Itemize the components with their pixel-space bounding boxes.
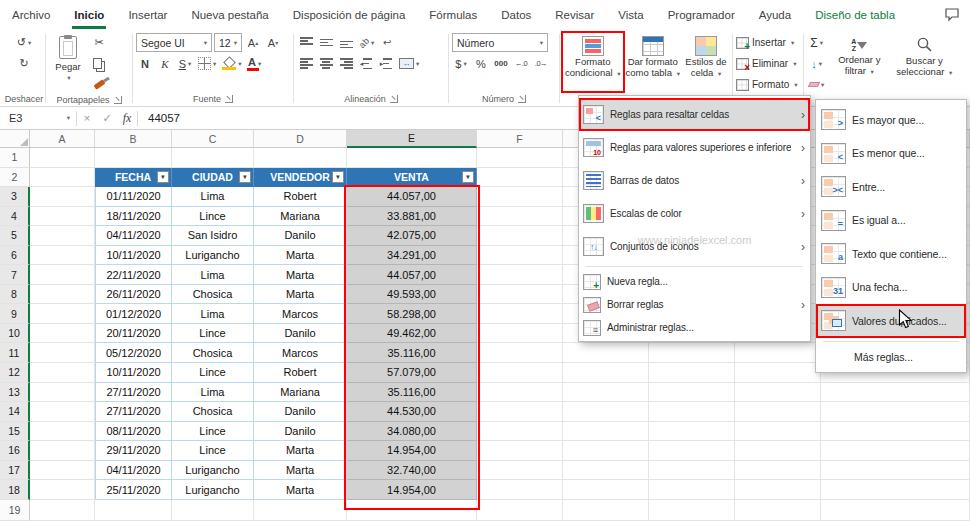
- underline-button[interactable]: S▾: [176, 54, 194, 73]
- select-all-button[interactable]: [0, 130, 30, 148]
- cell-ciudad[interactable]: Chosica: [172, 402, 254, 422]
- cell-fecha[interactable]: 10/11/2020: [95, 246, 172, 266]
- row-header[interactable]: 12: [0, 363, 30, 383]
- cell[interactable]: [30, 422, 95, 442]
- ribbon-tab[interactable]: Insertar: [116, 0, 179, 29]
- column-header-a[interactable]: A: [30, 130, 95, 148]
- row-header[interactable]: 13: [0, 383, 30, 403]
- cell[interactable]: [477, 265, 563, 285]
- find-select-button[interactable]: Buscar y seleccionar ▾: [892, 33, 956, 91]
- cell-venta[interactable]: 44.057,00: [347, 187, 477, 207]
- cell-ciudad[interactable]: Chosica: [172, 285, 254, 305]
- cell-fecha[interactable]: 01/11/2020: [95, 187, 172, 207]
- cell[interactable]: [563, 343, 649, 363]
- cell-fecha[interactable]: 04/11/2020: [95, 226, 172, 246]
- cell[interactable]: [30, 324, 95, 344]
- cell[interactable]: [649, 343, 735, 363]
- cell-fecha[interactable]: 04/11/2020: [95, 461, 172, 481]
- menu-item[interactable]: Escalas de color ›: [579, 197, 810, 230]
- cancel-button[interactable]: ×: [77, 112, 97, 124]
- cell[interactable]: [563, 461, 649, 481]
- cell[interactable]: [563, 441, 649, 461]
- cut-button[interactable]: ✂: [90, 33, 108, 52]
- filter-button[interactable]: ▾: [157, 171, 169, 183]
- cell[interactable]: [30, 402, 95, 422]
- cell-fecha[interactable]: 25/11/2020: [95, 480, 172, 500]
- cell-styles-button[interactable]: Estilos de celda ▾: [683, 33, 729, 91]
- cell-vendedor[interactable]: Danilo: [254, 226, 347, 246]
- cell[interactable]: [347, 500, 477, 521]
- cell-venta[interactable]: 57.079,00: [347, 363, 477, 383]
- paste-button[interactable]: Pegar ▾: [49, 33, 87, 91]
- cell-vendedor[interactable]: Marta: [254, 480, 347, 500]
- cell-ciudad[interactable]: Lince: [172, 441, 254, 461]
- cell-venta[interactable]: 34.291,00: [347, 246, 477, 266]
- cell[interactable]: [477, 383, 563, 403]
- comma-format-button[interactable]: 000: [492, 54, 510, 73]
- cell-vendedor[interactable]: Marcos: [254, 304, 347, 324]
- cell-vendedor[interactable]: Danilo: [254, 324, 347, 344]
- cell-venta[interactable]: 44.057,00: [347, 265, 477, 285]
- cell-ciudad[interactable]: Lima: [172, 265, 254, 285]
- row-header[interactable]: 1: [0, 148, 30, 168]
- number-format-select[interactable]: Número▾: [452, 33, 548, 52]
- cell[interactable]: [563, 363, 649, 383]
- cell-ciudad[interactable]: Lima: [172, 383, 254, 403]
- table-header-venta[interactable]: VENTA▾: [347, 168, 477, 188]
- cell-fecha[interactable]: 18/11/2020: [95, 207, 172, 227]
- cell[interactable]: [95, 500, 172, 521]
- row-header[interactable]: 5: [0, 226, 30, 246]
- cell[interactable]: [563, 480, 649, 500]
- submenu-item[interactable]: = Es igual a...: [816, 204, 966, 238]
- merge-center-button[interactable]: ↔▾: [397, 54, 421, 73]
- cell-vendedor[interactable]: Robert: [254, 363, 347, 383]
- align-center-button[interactable]: [317, 54, 335, 73]
- ribbon-tab[interactable]: Programador: [656, 0, 747, 29]
- ribbon-tab[interactable]: Ayuda: [747, 0, 803, 29]
- row-header[interactable]: 16: [0, 441, 30, 461]
- cell[interactable]: [30, 363, 95, 383]
- cell-venta[interactable]: 32.740,00: [347, 461, 477, 481]
- cell[interactable]: [821, 461, 970, 481]
- row-header[interactable]: 2: [0, 168, 30, 188]
- row-header[interactable]: 15: [0, 422, 30, 442]
- cell-fecha[interactable]: 05/12/2020: [95, 343, 172, 363]
- cell-fecha[interactable]: 27/11/2020: [95, 402, 172, 422]
- cell-vendedor[interactable]: Marta: [254, 285, 347, 305]
- cell[interactable]: [477, 285, 563, 305]
- align-left-button[interactable]: [297, 54, 315, 73]
- filter-button[interactable]: ▾: [332, 171, 344, 183]
- menu-item[interactable]: Administrar reglas... ›: [579, 316, 810, 339]
- cell-vendedor[interactable]: Marta: [254, 246, 347, 266]
- cell[interactable]: [735, 500, 821, 521]
- increase-indent-button[interactable]: ▸: [377, 54, 395, 73]
- format-as-table-button[interactable]: Dar formato como tabla ▾: [626, 33, 680, 91]
- cell-vendedor[interactable]: Marcos: [254, 343, 347, 363]
- formula-input[interactable]: 44057: [148, 112, 180, 124]
- cell-vendedor[interactable]: Mariana: [254, 207, 347, 227]
- ribbon-tab[interactable]: Revisar: [543, 0, 606, 29]
- cell[interactable]: [95, 148, 172, 168]
- menu-item[interactable]: Nueva regla... ›: [579, 270, 810, 293]
- submenu-item[interactable]: 31 Una fecha...: [816, 271, 966, 305]
- cell[interactable]: [477, 187, 563, 207]
- cell[interactable]: [477, 402, 563, 422]
- cell[interactable]: [649, 480, 735, 500]
- insert-cells-button[interactable]: Insertar▾: [736, 33, 794, 52]
- submenu-item[interactable]: >< Entre...: [816, 170, 966, 204]
- undo-button[interactable]: ↺▾: [15, 33, 33, 52]
- italic-button[interactable]: K: [156, 54, 174, 73]
- ribbon-tab[interactable]: Diseño de tabla: [803, 0, 907, 29]
- cell[interactable]: [477, 246, 563, 266]
- column-header-c[interactable]: C: [172, 130, 254, 148]
- comments-icon[interactable]: [944, 7, 960, 22]
- cell[interactable]: [477, 422, 563, 442]
- cell[interactable]: [821, 422, 970, 442]
- cell[interactable]: [821, 500, 970, 521]
- cell[interactable]: [477, 168, 563, 188]
- cell[interactable]: [477, 343, 563, 363]
- cell[interactable]: [30, 441, 95, 461]
- cell-vendedor[interactable]: Marta: [254, 461, 347, 481]
- menu-item[interactable]: Conjuntos de iconos ›: [579, 230, 810, 263]
- menu-item[interactable]: Reglas para valores superiores e inferio…: [579, 131, 810, 164]
